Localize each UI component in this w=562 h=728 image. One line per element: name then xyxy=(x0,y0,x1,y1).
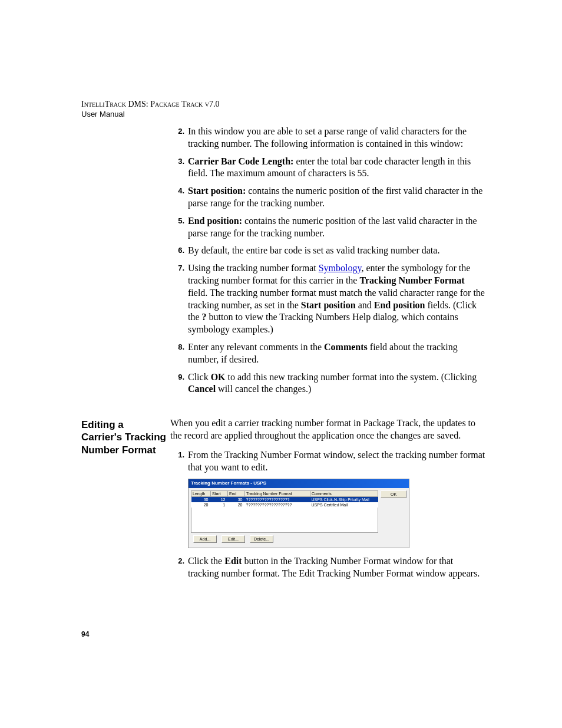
cell-end: 30 xyxy=(228,496,245,502)
bold-term: OK xyxy=(211,372,226,382)
text-run: By default, the entire bar code is set a… xyxy=(188,245,439,255)
text-run: Enter any relevant comments in the xyxy=(188,342,324,352)
table-row[interactable]: 20120????????????????????USPS Certified … xyxy=(191,502,378,508)
cell-format: ??????????????????? xyxy=(245,496,310,502)
page-number: 94 xyxy=(81,630,485,640)
cell-end: 20 xyxy=(228,502,245,508)
cell-comments: USPS Click-N-Ship Priority Mail xyxy=(310,496,378,502)
text-run: to add this new tracking number format i… xyxy=(226,372,477,382)
list-number: 4. xyxy=(170,185,188,210)
list-item: 2.In this window you are able to set a p… xyxy=(170,126,485,150)
section-intro: When you edit a carrier tracking number … xyxy=(170,417,485,442)
list-number: 8. xyxy=(170,341,188,366)
symbology-link[interactable]: Symbology xyxy=(319,263,362,273)
text-run: and xyxy=(356,300,374,310)
bold-term: Tracking Number Format xyxy=(359,275,464,285)
list-number: 7. xyxy=(170,262,188,336)
list-number: 3. xyxy=(170,156,188,180)
cell-start: 12 xyxy=(211,496,228,502)
list-number: 1. xyxy=(170,449,188,474)
text-run: button to view the Tracking Numbers Help… xyxy=(188,312,458,334)
text-run: Click xyxy=(188,372,211,382)
table-row[interactable]: 301230???????????????????USPS Click-N-Sh… xyxy=(191,496,378,502)
col-format[interactable]: Tracking Number Format xyxy=(245,490,310,496)
list-item: 3.Carrier Bar Code Length: enter the tot… xyxy=(170,156,485,180)
table-header-row: Length Start End Tracking Number Format … xyxy=(191,490,378,496)
cell-length: 20 xyxy=(191,502,211,508)
bold-term: Carrier Bar Code Length: xyxy=(188,156,296,166)
list-item-text: Enter any relevant comments in the Comme… xyxy=(188,341,485,366)
cell-format: ???????????????????? xyxy=(245,502,310,508)
cell-length: 30 xyxy=(191,496,211,502)
bold-term: Start position: xyxy=(188,186,248,196)
list-item-text: Carrier Bar Code Length: enter the total… xyxy=(188,156,485,180)
list-item-text: From the Tracking Number Format window, … xyxy=(188,449,485,474)
bold-term: End position: xyxy=(188,216,244,226)
bold-term: End position xyxy=(374,300,425,310)
list-number: 2. xyxy=(170,555,188,580)
list-item-text: Click the Edit button in the Tracking Nu… xyxy=(188,555,485,580)
col-start[interactable]: Start xyxy=(211,490,228,496)
list-number: 6. xyxy=(170,245,188,257)
text-run: In this window you are able to set a par… xyxy=(188,126,467,149)
list-number: 2. xyxy=(170,126,188,150)
add-button[interactable]: Add... xyxy=(193,535,217,543)
col-length[interactable]: Length xyxy=(191,490,211,496)
formats-table[interactable]: Length Start End Tracking Number Format … xyxy=(191,490,378,508)
list-item: 9. Click OK to add this new tracking num… xyxy=(170,371,485,396)
numbered-list-section-1: 2.In this window you are able to set a p… xyxy=(170,126,485,396)
list-item-text: End position: contains the numeric posit… xyxy=(188,215,485,240)
window-titlebar: Tracking Number Formats - USPS xyxy=(189,479,409,487)
cell-start: 1 xyxy=(211,502,228,508)
text-run: will cancel the changes.) xyxy=(216,384,311,394)
tracking-number-formats-window: Tracking Number Formats - USPS Length St… xyxy=(188,479,409,548)
bold-term: Cancel xyxy=(188,384,216,394)
col-end[interactable]: End xyxy=(228,490,245,496)
list-item-text: Using the tracking number format Symbolo… xyxy=(188,262,485,336)
list-item-text: By default, the entire bar code is set a… xyxy=(188,245,485,257)
list-number: 9. xyxy=(170,371,188,396)
running-header-subtitle: User Manual xyxy=(81,110,485,120)
list-item: 6.By default, the entire bar code is set… xyxy=(170,245,485,257)
text-run: Using the tracking number format xyxy=(188,263,319,273)
bold-term: Edit xyxy=(224,556,242,566)
section-heading-editing-format: Editing a Carrier's Tracking Number Form… xyxy=(81,419,167,456)
list-item-text: Start position: contains the numeric pos… xyxy=(188,185,485,210)
text-run: Click the xyxy=(188,556,224,566)
running-header-title: IntelliTrack DMS: Package Track v7.0 xyxy=(81,99,485,110)
table-empty-area xyxy=(191,508,378,533)
cell-comments: USPS Certified Mail xyxy=(310,502,378,508)
list-item-text: In this window you are able to set a par… xyxy=(188,126,485,150)
ok-button[interactable]: OK xyxy=(381,490,406,498)
bold-term: Start position xyxy=(301,300,356,310)
list-item: 7.Using the tracking number format Symbo… xyxy=(170,262,485,336)
list-item: 5.End position: contains the numeric pos… xyxy=(170,215,485,240)
list-item: 4.Start position: contains the numeric p… xyxy=(170,185,485,210)
numbered-list-section-2b: 2. Click the Edit button in the Tracking… xyxy=(170,555,485,580)
edit-button[interactable]: Edit... xyxy=(222,535,245,543)
list-number: 5. xyxy=(170,215,188,240)
col-comments[interactable]: Comments xyxy=(310,490,378,496)
list-item-text: Click OK to add this new tracking number… xyxy=(188,371,485,396)
list-item: 8.Enter any relevant comments in the Com… xyxy=(170,341,485,366)
bold-term: Comments xyxy=(324,342,368,352)
numbered-list-section-2a: 1. From the Tracking Number Format windo… xyxy=(170,449,485,474)
bold-term: ? xyxy=(202,312,207,322)
delete-button[interactable]: Delete... xyxy=(250,535,273,543)
